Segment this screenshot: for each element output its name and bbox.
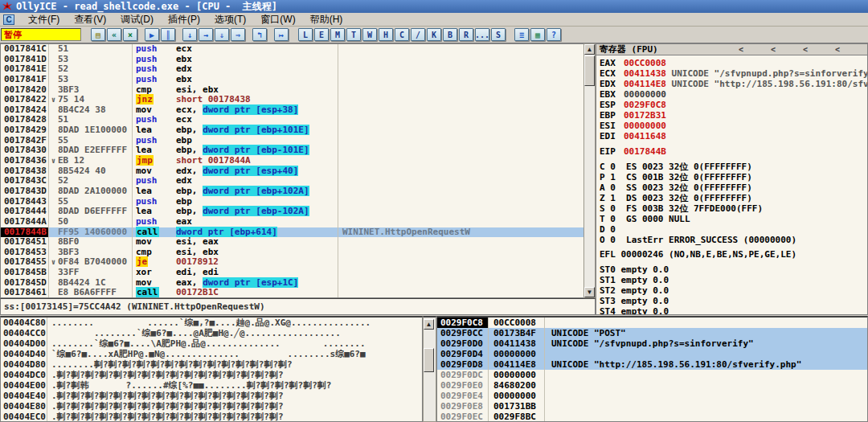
- view-source[interactable]: S: [491, 28, 506, 41]
- register-row[interactable]: ECX00411438 UNICODE "/sfvpnupd.php?s=sin…: [600, 68, 867, 79]
- scroll-up-icon[interactable]: ▲: [424, 319, 434, 330]
- view-breakpoints[interactable]: B: [443, 28, 457, 41]
- options-icon[interactable]: ≡: [514, 28, 529, 41]
- disasm-row[interactable]: 0017844B FF95 14060000calldword ptr [ebp…: [1, 227, 583, 238]
- disasm-row[interactable]: 00178455∨0F84 B7040000je00178912: [1, 257, 583, 268]
- registers-pane[interactable]: 寄存器 (FPU) <<<< EAX00CC0008ECX00411438 UN…: [596, 43, 868, 315]
- stack-row[interactable]: 0029F0D8004114E8UNICODE "http://185.198.…: [437, 359, 867, 370]
- dump-row[interactable]: 00404DC0.剚?剚?剚?剚?剚?剚?剚?剚?剚?剚?剚?剚?剚?剚?剚?剚…: [1, 370, 422, 380]
- disasm-row[interactable]: 00178429 8DAD 1E100000leaebp, dword ptr …: [1, 125, 583, 136]
- flag-row[interactable]: O 0 LastErr ERROR_SUCCESS (00000000): [600, 235, 867, 245]
- disasm-row[interactable]: 00178438 8B5424 40movedx, dword ptr [esp…: [1, 166, 583, 177]
- restart-icon[interactable]: «: [107, 28, 121, 41]
- disasm-row[interactable]: 00178424 8B4C24 38movecx, dword ptr [esp…: [1, 105, 583, 116]
- stack-pane[interactable]: 0029F0C800CC00080029F0CC00173B4FUNICODE …: [436, 316, 868, 422]
- stack-row[interactable]: 0029F0E8001731BB: [437, 401, 867, 412]
- dump-row[interactable]: 00404E40.剚?剚?剚?剚?剚?剚?剚?剚?剚?剚?剚?剚?剚?剚?剚?剚…: [1, 391, 422, 401]
- disasm-row[interactable]: 0017841C 51pushecx: [1, 44, 583, 55]
- menu-item-4[interactable]: 选项(T): [207, 12, 253, 27]
- flag-row[interactable]: T 0 GS 0000 NULL: [600, 214, 867, 224]
- view-log[interactable]: L: [298, 28, 313, 41]
- pause-icon[interactable]: ║: [161, 28, 175, 41]
- fpu-register-row[interactable]: ST3 empty 0.0: [600, 296, 867, 306]
- flag-row[interactable]: S 0 FS 003B 32位 7FFDE000(FFF): [600, 203, 867, 214]
- flag-row[interactable]: D 0: [600, 224, 867, 235]
- scrollbar-thumb[interactable]: [424, 348, 434, 372]
- dump-row[interactable]: 00404EC0.剚?剚?剚?剚?剚?剚?剚?剚?剚?剚?剚?剚?剚?剚?剚?剚…: [1, 412, 422, 422]
- close-icon[interactable]: ×: [123, 28, 137, 41]
- view-windows[interactable]: W: [362, 28, 377, 41]
- memory-dump-pane[interactable]: 00404C80........ ......`综■,?■....赸@.品@.X…: [0, 316, 423, 422]
- fpu-register-row[interactable]: ST2 empty 0.0: [600, 285, 867, 296]
- fpu-register-row[interactable]: ST4 empty 0.0: [600, 306, 867, 315]
- menu-item-5[interactable]: 窗口(W): [253, 12, 302, 27]
- disassembly-scrollbar[interactable]: ▲ ▼: [583, 43, 596, 298]
- stack-row[interactable]: 0029F0C800CC0008: [437, 318, 867, 328]
- disasm-row[interactable]: 00178422∨75 14jnzshort 00178438: [1, 95, 583, 105]
- scroll-down-icon[interactable]: ▼: [584, 287, 595, 297]
- disasm-row[interactable]: 0017841D 53pushebx: [1, 55, 583, 65]
- fpu-register-row[interactable]: ST0 empty 0.0: [600, 264, 867, 275]
- flag-row[interactable]: A 0 SS 0023 32位 0(FFFFFFFF): [600, 182, 867, 193]
- view-patches[interactable]: /: [411, 28, 425, 41]
- stack-row[interactable]: 0029F0E084680200: [437, 380, 867, 391]
- menu-item-6[interactable]: 帮助(H): [303, 12, 350, 27]
- disasm-row[interactable]: 00178451 8BF0movesi, eax: [1, 237, 583, 248]
- dump-row[interactable]: 00404E80.剚?剚?剚?剚?剚?剚?剚?剚?剚?剚?剚?剚?剚?剚?剚?剚…: [1, 401, 422, 412]
- efl-row[interactable]: EFL 00000246 (NO,NB,E,BE,NS,PE,GE,LE): [600, 249, 867, 260]
- menu-item-2[interactable]: 调试(D): [113, 12, 161, 27]
- dump-row[interactable]: 00404D00........`综■6?■....\A肥PH@.品@.....…: [1, 338, 422, 349]
- flag-row[interactable]: Z 1 DS 0023 32位 0(FFFFFFFF): [600, 193, 867, 203]
- view-runtrace[interactable]: ...: [475, 28, 489, 41]
- help-icon[interactable]: ?: [547, 28, 561, 41]
- stack-row[interactable]: 0029F0D400000000: [437, 349, 867, 359]
- goto-icon[interactable]: ↦: [274, 28, 289, 41]
- view-cpu[interactable]: C: [395, 28, 409, 41]
- dump-row[interactable]: 00404D40`综■6?■....xA肥HP@.■N@............…: [1, 349, 422, 359]
- register-row[interactable]: ESI00000000: [600, 121, 867, 131]
- menu-item-0[interactable]: 文件(F): [21, 12, 67, 27]
- fpu-register-row[interactable]: ST1 empty 0.0: [600, 275, 867, 285]
- stack-row[interactable]: 0029F0DC00000000: [437, 370, 867, 380]
- view-threads[interactable]: T: [346, 28, 361, 41]
- until-return-icon[interactable]: ↰: [252, 28, 267, 41]
- register-row[interactable]: EBP00172B31: [600, 110, 867, 121]
- disasm-row[interactable]: 0017841F 53pushebx: [1, 75, 583, 85]
- menu-item-3[interactable]: 插件(P): [161, 12, 207, 27]
- disasm-row[interactable]: 00178444 8DAD D6EFFFFFleaebp, dword ptr …: [1, 207, 583, 217]
- trace-over-icon[interactable]: ⇒: [231, 28, 245, 41]
- flag-row[interactable]: P 1 CS 001B 32位 0(FFFFFFFF): [600, 172, 867, 182]
- register-row[interactable]: ESP0029F0C8: [600, 100, 867, 110]
- trace-into-icon[interactable]: ⇓: [215, 28, 229, 41]
- mdi-system-icon[interactable]: C: [3, 14, 14, 25]
- open-file-icon[interactable]: ▤: [91, 28, 105, 41]
- step-into-icon[interactable]: ↓: [182, 28, 197, 41]
- disasm-row[interactable]: 0017845B 33FFxoredi, edi: [1, 268, 583, 278]
- pane-shrink-icon[interactable]: <: [803, 45, 808, 54]
- scrollbar-thumb[interactable]: [584, 55, 595, 86]
- disasm-row[interactable]: 00178430 8DAD E2EFFFFFleaebp, dword ptr …: [1, 145, 583, 156]
- scroll-up-icon[interactable]: ▲: [584, 44, 595, 55]
- stack-row[interactable]: 0029F0D000411438UNICODE "/sfvpnupd.php?s…: [437, 338, 867, 349]
- stack-row[interactable]: 0029F0CC00173B4FUNICODE "POST": [437, 328, 867, 338]
- register-row[interactable]: EBX00000000: [600, 89, 867, 100]
- dump-row[interactable]: 00404D80........剚?剚?剚?剚?剚?剚?剚?剚?剚?剚?剚?剚?…: [1, 359, 422, 370]
- view-handles[interactable]: H: [379, 28, 393, 41]
- appearance-icon[interactable]: ▦: [530, 28, 545, 41]
- run-icon[interactable]: ▶: [145, 28, 159, 41]
- view-references[interactable]: R: [459, 28, 473, 41]
- stack-row[interactable]: 0029F0E400000000: [437, 391, 867, 401]
- dump-row[interactable]: 00404E00.剚?剚韩 ?......#综[%?■■........剚?剚?…: [1, 380, 422, 391]
- pane-shrink-icon[interactable]: <: [835, 45, 840, 54]
- disasm-row[interactable]: 0017843D 8DAD 2A100000leaebp, dword ptr …: [1, 186, 583, 197]
- view-callstack[interactable]: K: [427, 28, 441, 41]
- view-modules[interactable]: E: [314, 28, 329, 41]
- dump-row[interactable]: 00404CC0 ........`综■6?■....@A肥■H@.╱@....…: [1, 328, 422, 338]
- register-row[interactable]: EDX004114E8 UNICODE "http://185.198.56.1…: [600, 79, 867, 89]
- pane-shrink-icon[interactable]: <: [771, 45, 776, 54]
- register-row[interactable]: EIP0017844B: [600, 146, 867, 157]
- menu-item-1[interactable]: 查看(V): [67, 12, 113, 27]
- disasm-row[interactable]: 00178420 3BF3cmpesi, ebx: [1, 85, 583, 96]
- flag-row[interactable]: C 0 ES 0023 32位 0(FFFFFFFF): [600, 162, 867, 172]
- disasm-row[interactable]: 00178436∨EB 12jmpshort 0017844A: [1, 156, 583, 166]
